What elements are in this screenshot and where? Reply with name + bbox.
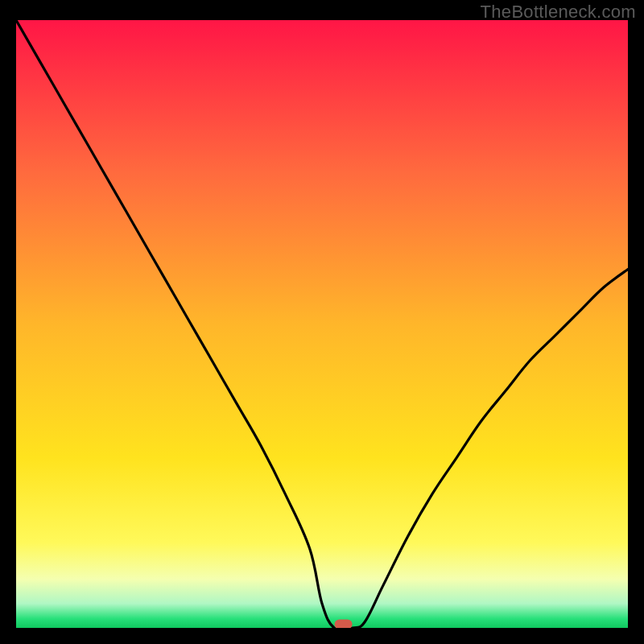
chart-frame: TheBottleneck.com bbox=[0, 0, 644, 644]
watermark-text: TheBottleneck.com bbox=[481, 2, 636, 23]
chart-svg bbox=[16, 20, 628, 628]
gradient-background bbox=[16, 20, 628, 628]
optimum-marker bbox=[335, 619, 353, 628]
plot-area bbox=[16, 20, 628, 628]
